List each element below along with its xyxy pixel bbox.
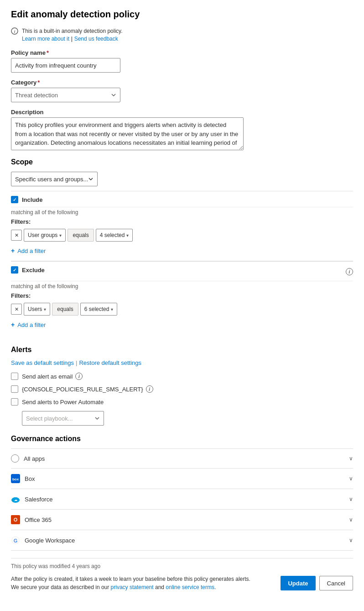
alert-email-label: Send alert as email i: [22, 373, 83, 380]
footer: This policy was modified 4 years ago Aft…: [11, 558, 353, 600]
alert-email-row: Send alert as email i: [11, 373, 353, 380]
info-icon: i: [11, 27, 18, 36]
category-label: Category*: [11, 79, 353, 86]
exclude-info-icon[interactable]: i: [346, 268, 353, 275]
category-select[interactable]: Threat detection: [11, 88, 120, 102]
alert-power-automate-label: Send alerts to Power Automate: [22, 399, 104, 406]
exclude-filter-type-chevron: ▾: [44, 307, 46, 312]
scope-title: Scope: [11, 158, 353, 166]
description-label: Description: [11, 109, 353, 116]
exclude-checkbox[interactable]: ✓: [11, 266, 18, 274]
google-chevron: ∨: [349, 537, 353, 543]
svg-text:i: i: [14, 29, 16, 34]
all-apps-chevron: ∨: [349, 455, 353, 462]
page-title: Edit anomaly detection policy: [11, 9, 353, 20]
include-label: Include: [22, 196, 43, 203]
send-feedback-link[interactable]: Send us feedback: [74, 36, 118, 42]
update-button[interactable]: Update: [281, 576, 315, 590]
salesforce-icon: ☁: [11, 495, 20, 504]
description-group: Description This policy profiles your en…: [11, 109, 353, 152]
google-icon: G: [11, 536, 20, 545]
info-text-block: This is a built-in anomaly detection pol…: [22, 27, 123, 42]
info-box: i This is a built-in anomaly detection p…: [11, 27, 353, 42]
exclude-header: ✓ Exclude i: [11, 266, 353, 277]
alert-sms-label: {CONSOLE_POLICIES_RULE_SMS_ALERT} i: [22, 385, 153, 393]
policy-name-label: Policy name*: [11, 49, 353, 56]
exclude-filter-value-chevron: ▾: [111, 307, 113, 312]
alert-email-info-icon[interactable]: i: [75, 373, 83, 380]
governance-all-apps[interactable]: All apps ∨: [11, 448, 353, 468]
include-filter-type-chip[interactable]: User groups ▾: [24, 229, 66, 242]
description-textarea[interactable]: This policy profiles your environment an…: [11, 117, 244, 150]
alert-power-automate-checkbox[interactable]: [11, 398, 18, 406]
governance-title: Governance actions: [11, 435, 353, 443]
alerts-links: Save as default settings | Restore defau…: [11, 359, 353, 366]
alert-power-automate-row: Send alerts to Power Automate: [11, 398, 353, 406]
exclude-filter-value-chip[interactable]: 6 selected ▾: [80, 303, 118, 316]
box-name: Box: [25, 475, 35, 482]
info-links: Learn more about it | Send us feedback: [22, 35, 123, 42]
footer-buttons: Update Cancel: [281, 576, 353, 590]
include-filter-value-chip[interactable]: 4 selected ▾: [96, 229, 133, 242]
exclude-label: Exclude: [22, 267, 45, 274]
include-filter-row: ✕ User groups ▾ equals 4 selected ▾: [11, 229, 353, 242]
salesforce-chevron: ∨: [349, 496, 353, 502]
governance-google[interactable]: G Google Workspace ∨: [11, 530, 353, 551]
exclude-filter-operator: equals: [52, 303, 78, 316]
save-defaults-link[interactable]: Save as default settings: [11, 359, 74, 366]
policy-name-input[interactable]: [11, 58, 120, 73]
info-message: This is a built-in anomaly detection pol…: [22, 27, 123, 35]
google-name: Google Workspace: [25, 537, 75, 544]
include-filter-operator: equals: [68, 229, 94, 242]
service-terms-link[interactable]: online service terms: [166, 584, 214, 590]
exclude-section: ✓ Exclude i matching all of the followin…: [11, 261, 353, 335]
all-apps-name: All apps: [24, 455, 45, 462]
learn-more-link[interactable]: Learn more about it: [22, 36, 69, 42]
office365-name: Office 365: [25, 516, 52, 523]
all-apps-icon: [11, 454, 19, 463]
privacy-link[interactable]: privacy statement: [111, 584, 154, 590]
include-checkbox[interactable]: ✓: [11, 196, 18, 203]
exclude-divider: [11, 281, 353, 281]
alert-sms-row: {CONSOLE_POLICIES_RULE_SMS_ALERT} i: [11, 385, 353, 393]
exclude-matching-text: matching all of the following: [11, 283, 353, 290]
scope-dropdown[interactable]: Specific users and groups...: [11, 172, 98, 186]
alerts-section: Alerts Save as default settings | Restor…: [11, 346, 353, 426]
include-filter-remove-btn[interactable]: ✕: [11, 230, 22, 241]
policy-name-group: Policy name*: [11, 49, 353, 73]
governance-section: Governance actions All apps ∨ box Box ∨: [11, 435, 353, 551]
restore-defaults-link[interactable]: Restore default settings: [79, 359, 141, 366]
filter-value-chevron: ▾: [126, 233, 129, 238]
office365-chevron: ∨: [349, 516, 353, 523]
governance-box[interactable]: box Box ∨: [11, 468, 353, 489]
include-checkbox-row: ✓ Include: [11, 196, 353, 203]
include-filters-label: Filters:: [11, 218, 353, 225]
include-matching-text: matching all of the following: [11, 209, 353, 216]
playbook-select-wrapper: Select playbook...: [11, 411, 353, 426]
office365-icon: O: [11, 515, 20, 524]
exclude-filter-type-chip[interactable]: Users ▾: [24, 303, 50, 316]
alert-sms-checkbox[interactable]: [11, 385, 18, 393]
salesforce-name: Salesforce: [25, 496, 52, 503]
alert-sms-info-icon[interactable]: i: [146, 385, 153, 393]
alert-email-checkbox[interactable]: [11, 373, 18, 380]
exclude-filters-label: Filters:: [11, 292, 353, 299]
playbook-select[interactable]: Select playbook...: [22, 411, 104, 426]
category-group: Category* Threat detection: [11, 79, 353, 102]
footer-modified-text: This policy was modified 4 years ago: [11, 563, 353, 569]
svg-text:box: box: [12, 477, 19, 481]
filter-type-chevron: ▾: [59, 233, 62, 238]
svg-text:G: G: [14, 538, 18, 543]
include-add-filter-btn[interactable]: + Add a filter: [11, 245, 46, 256]
exclude-add-filter-btn[interactable]: + Add a filter: [11, 319, 46, 330]
box-chevron: ∨: [349, 475, 353, 482]
governance-office365[interactable]: O Office 365 ∨: [11, 509, 353, 530]
include-divider: [11, 207, 353, 207]
svg-text:☁: ☁: [14, 498, 17, 501]
exclude-checkbox-row: ✓ Exclude: [11, 266, 45, 274]
exclude-filter-row: ✕ Users ▾ equals 6 selected ▾: [11, 303, 353, 316]
cancel-button[interactable]: Cancel: [319, 576, 353, 590]
exclude-filter-remove-btn[interactable]: ✕: [11, 304, 22, 315]
governance-salesforce[interactable]: ☁ Salesforce ∨: [11, 489, 353, 509]
svg-text:O: O: [14, 517, 18, 522]
